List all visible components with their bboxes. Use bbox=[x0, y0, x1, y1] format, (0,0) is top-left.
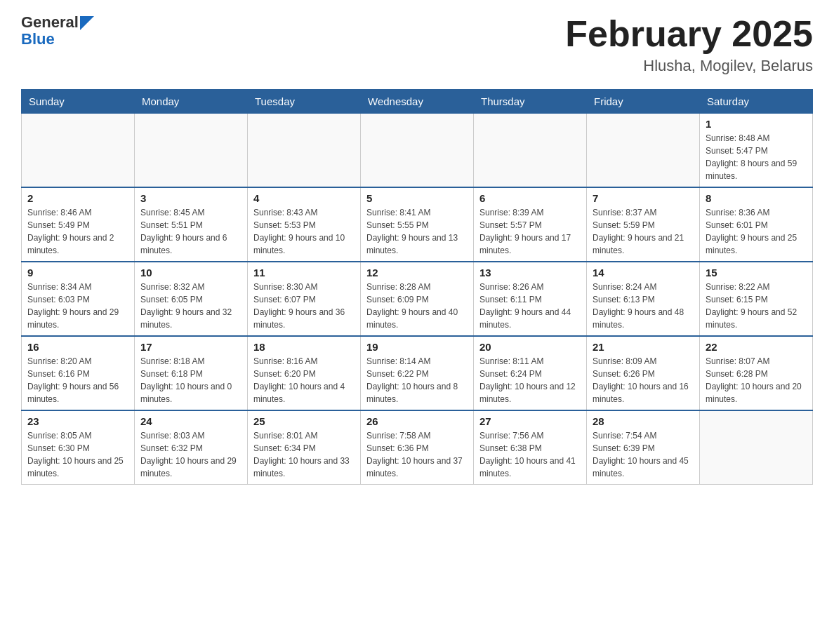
day-info: Sunrise: 7:56 AMSunset: 6:38 PMDaylight:… bbox=[479, 429, 581, 480]
calendar-cell: 24Sunrise: 8:03 AMSunset: 6:32 PMDayligh… bbox=[135, 410, 248, 485]
calendar-cell: 18Sunrise: 8:16 AMSunset: 6:20 PMDayligh… bbox=[248, 336, 361, 410]
calendar-cell: 9Sunrise: 8:34 AMSunset: 6:03 PMDaylight… bbox=[22, 262, 135, 336]
calendar-cell: 15Sunrise: 8:22 AMSunset: 6:15 PMDayligh… bbox=[700, 262, 813, 336]
day-number: 14 bbox=[593, 267, 694, 279]
day-number: 18 bbox=[253, 341, 355, 353]
day-info: Sunrise: 8:16 AMSunset: 6:20 PMDaylight:… bbox=[253, 355, 355, 405]
logo-general-text: General bbox=[21, 14, 79, 31]
weekday-header-sunday: Sunday bbox=[22, 90, 135, 114]
calendar-cell: 21Sunrise: 8:09 AMSunset: 6:26 PMDayligh… bbox=[587, 336, 700, 410]
calendar-week-row: 1Sunrise: 8:48 AMSunset: 5:47 PMDaylight… bbox=[22, 114, 813, 188]
calendar-cell: 26Sunrise: 7:58 AMSunset: 6:36 PMDayligh… bbox=[361, 410, 474, 485]
day-info: Sunrise: 8:09 AMSunset: 6:26 PMDaylight:… bbox=[593, 355, 694, 405]
logo-triangle-icon bbox=[80, 16, 94, 30]
logo: General Blue bbox=[21, 14, 94, 48]
day-number: 26 bbox=[366, 415, 468, 427]
calendar-cell bbox=[135, 114, 248, 188]
location-title: Hlusha, Mogilev, Belarus bbox=[565, 57, 813, 75]
calendar-cell: 23Sunrise: 8:05 AMSunset: 6:30 PMDayligh… bbox=[22, 410, 135, 485]
calendar-cell: 19Sunrise: 8:14 AMSunset: 6:22 PMDayligh… bbox=[361, 336, 474, 410]
day-number: 22 bbox=[706, 341, 807, 353]
day-info: Sunrise: 8:39 AMSunset: 5:57 PMDaylight:… bbox=[479, 206, 581, 257]
calendar-cell: 6Sunrise: 8:39 AMSunset: 5:57 PMDaylight… bbox=[474, 187, 587, 262]
day-info: Sunrise: 8:03 AMSunset: 6:32 PMDaylight:… bbox=[140, 429, 241, 480]
day-number: 4 bbox=[253, 192, 355, 204]
day-info: Sunrise: 8:28 AMSunset: 6:09 PMDaylight:… bbox=[366, 281, 468, 331]
calendar-cell bbox=[22, 114, 135, 188]
day-info: Sunrise: 8:07 AMSunset: 6:28 PMDaylight:… bbox=[706, 355, 807, 405]
month-title: February 2025 bbox=[565, 14, 813, 54]
calendar-cell: 5Sunrise: 8:41 AMSunset: 5:55 PMDaylight… bbox=[361, 187, 474, 262]
calendar-week-row: 2Sunrise: 8:46 AMSunset: 5:49 PMDaylight… bbox=[22, 187, 813, 262]
day-number: 6 bbox=[479, 192, 581, 204]
calendar-cell: 2Sunrise: 8:46 AMSunset: 5:49 PMDaylight… bbox=[22, 187, 135, 262]
day-number: 24 bbox=[140, 415, 241, 427]
calendar-cell: 28Sunrise: 7:54 AMSunset: 6:39 PMDayligh… bbox=[587, 410, 700, 485]
calendar-cell: 17Sunrise: 8:18 AMSunset: 6:18 PMDayligh… bbox=[135, 336, 248, 410]
day-info: Sunrise: 8:26 AMSunset: 6:11 PMDaylight:… bbox=[479, 281, 581, 331]
day-info: Sunrise: 8:11 AMSunset: 6:24 PMDaylight:… bbox=[479, 355, 581, 405]
weekday-header-row: SundayMondayTuesdayWednesdayThursdayFrid… bbox=[22, 90, 813, 114]
day-number: 20 bbox=[479, 341, 581, 353]
day-info: Sunrise: 8:34 AMSunset: 6:03 PMDaylight:… bbox=[27, 281, 128, 331]
weekday-header-friday: Friday bbox=[587, 90, 700, 114]
weekday-header-wednesday: Wednesday bbox=[361, 90, 474, 114]
calendar-cell: 8Sunrise: 8:36 AMSunset: 6:01 PMDaylight… bbox=[700, 187, 813, 262]
calendar-cell: 13Sunrise: 8:26 AMSunset: 6:11 PMDayligh… bbox=[474, 262, 587, 336]
calendar-cell: 3Sunrise: 8:45 AMSunset: 5:51 PMDaylight… bbox=[135, 187, 248, 262]
day-number: 16 bbox=[27, 341, 128, 353]
calendar-week-row: 23Sunrise: 8:05 AMSunset: 6:30 PMDayligh… bbox=[22, 410, 813, 485]
day-info: Sunrise: 8:46 AMSunset: 5:49 PMDaylight:… bbox=[27, 206, 128, 257]
day-info: Sunrise: 8:01 AMSunset: 6:34 PMDaylight:… bbox=[253, 429, 355, 480]
calendar-cell: 12Sunrise: 8:28 AMSunset: 6:09 PMDayligh… bbox=[361, 262, 474, 336]
day-info: Sunrise: 8:22 AMSunset: 6:15 PMDaylight:… bbox=[706, 281, 807, 331]
calendar-cell bbox=[700, 410, 813, 485]
svg-marker-0 bbox=[80, 16, 94, 30]
day-info: Sunrise: 8:14 AMSunset: 6:22 PMDaylight:… bbox=[366, 355, 468, 405]
day-info: Sunrise: 7:54 AMSunset: 6:39 PMDaylight:… bbox=[593, 429, 694, 480]
day-number: 11 bbox=[253, 267, 355, 279]
logo-blue-text: Blue bbox=[21, 31, 55, 48]
day-info: Sunrise: 8:30 AMSunset: 6:07 PMDaylight:… bbox=[253, 281, 355, 331]
calendar-cell: 25Sunrise: 8:01 AMSunset: 6:34 PMDayligh… bbox=[248, 410, 361, 485]
calendar-cell: 22Sunrise: 8:07 AMSunset: 6:28 PMDayligh… bbox=[700, 336, 813, 410]
calendar-cell: 20Sunrise: 8:11 AMSunset: 6:24 PMDayligh… bbox=[474, 336, 587, 410]
day-number: 19 bbox=[366, 341, 468, 353]
calendar-cell: 16Sunrise: 8:20 AMSunset: 6:16 PMDayligh… bbox=[22, 336, 135, 410]
calendar-cell: 1Sunrise: 8:48 AMSunset: 5:47 PMDaylight… bbox=[700, 114, 813, 188]
day-number: 12 bbox=[366, 267, 468, 279]
day-number: 3 bbox=[140, 192, 241, 204]
day-number: 27 bbox=[479, 415, 581, 427]
day-number: 23 bbox=[27, 415, 128, 427]
day-number: 7 bbox=[593, 192, 694, 204]
day-info: Sunrise: 8:43 AMSunset: 5:53 PMDaylight:… bbox=[253, 206, 355, 257]
day-number: 10 bbox=[140, 267, 241, 279]
day-info: Sunrise: 8:45 AMSunset: 5:51 PMDaylight:… bbox=[140, 206, 241, 257]
day-info: Sunrise: 8:18 AMSunset: 6:18 PMDaylight:… bbox=[140, 355, 241, 405]
day-info: Sunrise: 8:41 AMSunset: 5:55 PMDaylight:… bbox=[366, 206, 468, 257]
calendar-cell: 11Sunrise: 8:30 AMSunset: 6:07 PMDayligh… bbox=[248, 262, 361, 336]
day-number: 25 bbox=[253, 415, 355, 427]
day-number: 8 bbox=[706, 192, 807, 204]
calendar-cell: 27Sunrise: 7:56 AMSunset: 6:38 PMDayligh… bbox=[474, 410, 587, 485]
day-number: 9 bbox=[27, 267, 128, 279]
day-info: Sunrise: 8:48 AMSunset: 5:47 PMDaylight:… bbox=[706, 132, 807, 182]
calendar-week-row: 9Sunrise: 8:34 AMSunset: 6:03 PMDaylight… bbox=[22, 262, 813, 336]
calendar-week-row: 16Sunrise: 8:20 AMSunset: 6:16 PMDayligh… bbox=[22, 336, 813, 410]
weekday-header-monday: Monday bbox=[135, 90, 248, 114]
day-info: Sunrise: 8:32 AMSunset: 6:05 PMDaylight:… bbox=[140, 281, 241, 331]
calendar-cell bbox=[248, 114, 361, 188]
calendar-cell: 4Sunrise: 8:43 AMSunset: 5:53 PMDaylight… bbox=[248, 187, 361, 262]
weekday-header-saturday: Saturday bbox=[700, 90, 813, 114]
logo-icon: General Blue bbox=[21, 14, 94, 48]
day-info: Sunrise: 7:58 AMSunset: 6:36 PMDaylight:… bbox=[366, 429, 468, 480]
calendar-cell: 7Sunrise: 8:37 AMSunset: 5:59 PMDaylight… bbox=[587, 187, 700, 262]
day-info: Sunrise: 8:36 AMSunset: 6:01 PMDaylight:… bbox=[706, 206, 807, 257]
day-number: 17 bbox=[140, 341, 241, 353]
title-block: February 2025 Hlusha, Mogilev, Belarus bbox=[565, 14, 813, 75]
calendar-table: SundayMondayTuesdayWednesdayThursdayFrid… bbox=[21, 89, 813, 485]
calendar-cell: 10Sunrise: 8:32 AMSunset: 6:05 PMDayligh… bbox=[135, 262, 248, 336]
calendar-cell bbox=[361, 114, 474, 188]
day-number: 15 bbox=[706, 267, 807, 279]
day-number: 2 bbox=[27, 192, 128, 204]
